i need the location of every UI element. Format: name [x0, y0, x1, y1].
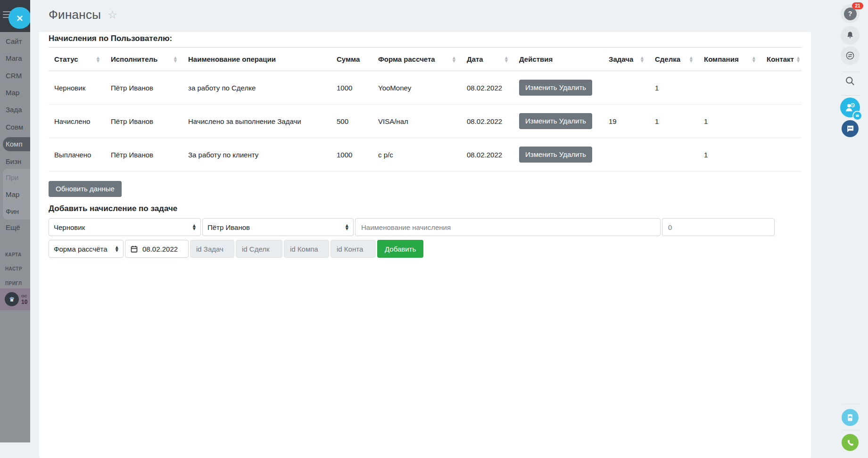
accrual-name-input[interactable]	[355, 218, 661, 236]
cell-status: Начислено	[49, 105, 105, 138]
col-contact[interactable]: Контакт▲▼	[761, 48, 802, 71]
sort-icon[interactable]: ▲▼	[97, 56, 99, 63]
rail-divider	[842, 430, 860, 430]
bell-icon	[845, 31, 855, 40]
call-button[interactable]	[842, 434, 859, 451]
sidebar-section-settings[interactable]: НАСТР	[5, 266, 22, 272]
search-button[interactable]	[844, 75, 856, 87]
payment-form-select[interactable]: Форма рассчёта ▲▼	[49, 240, 124, 258]
close-menu-button[interactable]: ×	[8, 7, 30, 29]
col-executor[interactable]: Исполнитель▲▼	[105, 48, 182, 71]
trial-label: ОС	[21, 294, 27, 298]
col-status[interactable]: Статус▲▼	[49, 48, 105, 71]
edit-delete-button[interactable]: Изменить Удалить	[519, 113, 592, 129]
date-picker[interactable]: 08.02.2022	[125, 240, 189, 258]
select-arrows-icon: ▲▼	[116, 245, 118, 252]
favorite-star-icon[interactable]: ☆	[107, 9, 117, 20]
group-chat-button[interactable]	[842, 120, 859, 137]
sidebar-item-market[interactable]: Мар	[6, 190, 19, 199]
sort-icon[interactable]: ▲▼	[641, 56, 644, 63]
phone-handset-icon	[846, 438, 855, 447]
cell-payment-form: VISA/нал	[372, 105, 461, 138]
cell-executor: Пётр Иванов	[105, 138, 182, 172]
sort-icon[interactable]: ▲▼	[690, 56, 693, 63]
crown-glyph: ♛	[9, 296, 15, 303]
accruals-title: Начисления по Пользователю:	[49, 34, 802, 43]
date-value: 08.02.2022	[142, 245, 178, 253]
sort-icon[interactable]: ▲▼	[752, 56, 755, 63]
col-task[interactable]: Задача▲▼	[603, 48, 649, 71]
sort-icon[interactable]: ▲▼	[453, 56, 455, 63]
cell-deal	[649, 138, 698, 172]
content-card: Начисления по Пользователю: Статус▲▼ Исп…	[39, 32, 811, 458]
sidebar-item-business[interactable]: Бизн	[6, 157, 21, 166]
add-accrual-title: Добавить начисление по задаче	[49, 204, 802, 213]
add-accrual-form-row-2: Форма рассчёта ▲▼ 08.02.2022 Добавить	[49, 240, 802, 258]
cell-status: Черновик	[49, 71, 105, 105]
sidebar-item-collab[interactable]: Совм	[6, 123, 23, 131]
trial-banner[interactable]: ♛ ОС 10	[0, 288, 30, 310]
cell-executor: Пётр Иванов	[105, 71, 182, 105]
sidebar-item-finance[interactable]: Фин	[6, 207, 19, 216]
task-id-input[interactable]	[190, 240, 234, 258]
sort-icon[interactable]: ▲▼	[505, 56, 508, 63]
col-deal[interactable]: Сделка▲▼	[649, 48, 698, 71]
cell-amount: 1000	[331, 71, 372, 105]
sidebar-item-more[interactable]: Ещё	[6, 223, 20, 232]
cell-actions: Изменить Удалить	[513, 138, 603, 172]
accruals-table: Статус▲▼ Исполнитель▲▼ Наименование опер…	[49, 47, 802, 172]
select-arrows-icon: ▲▼	[193, 224, 196, 230]
dialogs-button[interactable]	[841, 46, 860, 65]
sidebar-item-apps[interactable]: При	[6, 173, 19, 182]
notification-count-badge: 21	[852, 2, 863, 9]
trial-days: 10	[21, 299, 27, 305]
executor-select[interactable]: Пётр Иванов ▲▼	[202, 218, 354, 236]
cell-operation: за работу по Сделке	[182, 71, 331, 105]
cell-date: 08.02.2022	[461, 105, 513, 138]
main-area: Финансы ☆ Начисления по Пользователю: Ст…	[30, 0, 835, 458]
sidebar-item-tasks[interactable]: Зада	[6, 106, 22, 114]
cell-deal: 1	[649, 71, 698, 105]
col-payment-form[interactable]: Форма рассчета▲▼	[372, 48, 461, 71]
sort-icon[interactable]: ▲▼	[797, 56, 800, 63]
add-accrual-button[interactable]: Добавить	[377, 240, 423, 258]
sort-icon[interactable]: ▲▼	[174, 56, 177, 63]
group-chat-icon	[845, 124, 855, 133]
cell-operation: Начислено за выполнение Задачи	[182, 105, 331, 138]
phone-cloud-icon	[845, 413, 855, 422]
rail-divider	[842, 72, 860, 72]
notifications-button[interactable]	[841, 26, 860, 45]
search-icon	[844, 75, 856, 87]
rail-divider	[842, 95, 860, 96]
sidebar-item-crm[interactable]: CRM	[6, 72, 22, 80]
col-company[interactable]: Компания▲▼	[698, 48, 761, 71]
sidebar-item-site[interactable]: Сайт	[6, 37, 22, 46]
sidebar-item-company-active[interactable]: Комп	[6, 140, 23, 148]
cell-deal: 1	[649, 105, 698, 138]
chat-routing-icon	[845, 50, 855, 61]
mail-badge-icon	[852, 111, 862, 121]
cell-amount: 500	[331, 105, 372, 138]
mobile-app-button[interactable]	[842, 409, 859, 426]
contact-id-input[interactable]	[331, 240, 376, 258]
cell-company: 1	[698, 138, 761, 172]
col-actions: Действия	[513, 48, 603, 71]
cell-task: 19	[603, 105, 649, 138]
company-id-input[interactable]	[284, 240, 329, 258]
sidebar-section-invite[interactable]: ПРИГЛ	[5, 281, 22, 286]
sidebar-item-marketing[interactable]: Мар	[6, 89, 19, 97]
amount-input[interactable]	[662, 218, 775, 236]
col-date[interactable]: Дата▲▼	[461, 48, 513, 71]
sidebar-section-map[interactable]: КАРТА	[5, 252, 22, 258]
deal-id-input[interactable]	[236, 240, 282, 258]
page-header: Финансы ☆	[49, 8, 117, 22]
cell-contact	[761, 105, 802, 138]
calendar-icon	[130, 245, 138, 253]
sidebar-item-shop[interactable]: Мага	[6, 54, 22, 63]
refresh-data-button[interactable]: Обновить данные	[49, 181, 122, 197]
status-select[interactable]: Черновик ▲▼	[49, 218, 201, 236]
edit-delete-button[interactable]: Изменить Удалить	[519, 147, 592, 163]
edit-delete-button[interactable]: Изменить Удалить	[519, 80, 592, 96]
cell-payment-form: YooMoney	[372, 71, 461, 105]
cell-date: 08.02.2022	[461, 138, 513, 172]
